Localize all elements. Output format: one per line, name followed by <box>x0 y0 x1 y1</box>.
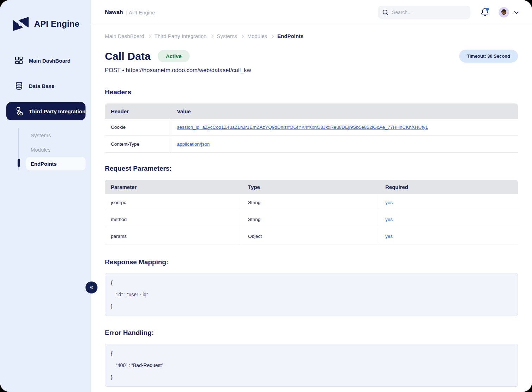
page-title: Call Data <box>105 50 151 62</box>
breadcrumb-item-current: EndPoints <box>277 33 303 39</box>
param-name-cell: params <box>105 228 242 245</box>
response-mapping-code: { “id” : “user - id” } <box>105 273 518 316</box>
title-row: Call Data Active Timeout: 30 Second <box>105 50 518 63</box>
param-type-cell: String <box>242 194 379 211</box>
dashboard-grid-icon <box>15 56 23 65</box>
request-parameters-table: Parameter Type Required jsonrpc String y… <box>105 180 518 245</box>
breadcrumb-chevron-icon <box>210 34 214 38</box>
table-row: Content-Type application/json <box>105 136 518 153</box>
breadcrumb-item[interactable]: Third Party Integration <box>154 33 207 39</box>
submenu-item-systems[interactable]: Systems <box>19 128 86 142</box>
submenu-item-endpoints[interactable]: EndPoints <box>26 157 86 170</box>
header-value-link[interactable]: session_id=aZycCoq1Z4uaZLhJr1EmZAzYQ9dDn… <box>177 125 428 130</box>
sidebar-collapse-button[interactable]: « <box>86 282 97 293</box>
logo-text: API Engine <box>34 19 80 29</box>
header-value-link[interactable]: application/json <box>177 141 210 147</box>
breadcrumb-chevron-icon <box>147 34 151 38</box>
integration-nodes-icon <box>15 107 23 115</box>
logo-icon: ∞ <box>13 15 29 32</box>
submenu-item-label: Modules <box>31 147 51 153</box>
sidebar-item-main-dashboard[interactable]: Main DashBoard <box>6 51 86 70</box>
headers-table-header: Header Value <box>105 103 518 119</box>
page-content: Main DashBoard Third Party Integration S… <box>91 25 532 387</box>
column-header: Type <box>242 184 379 190</box>
active-submenu-indicator <box>18 159 20 167</box>
column-header: Required <box>379 184 518 190</box>
sidebar-item-database[interactable]: Data Base <box>6 77 86 95</box>
breadcrumb-chevron-icon <box>271 34 274 38</box>
brand-suffix: | API Engine <box>126 10 155 15</box>
main-area: Nawah | API Engine <box>91 0 532 392</box>
param-required-cell: yes <box>379 217 518 222</box>
headers-table: Header Value Cookie session_id=aZycCoq1Z… <box>105 103 518 153</box>
app-logo: ∞ API Engine <box>0 0 91 32</box>
app-window: ∞ API Engine Main DashBoard <box>0 0 532 392</box>
breadcrumb-item[interactable]: Systems <box>217 33 237 39</box>
search-input[interactable] <box>392 10 466 15</box>
database-icon <box>15 82 23 90</box>
timeout-badge: Timeout: 30 Second <box>459 50 518 63</box>
breadcrumb: Main DashBoard Third Party Integration S… <box>105 33 518 39</box>
search-icon <box>382 9 389 16</box>
sidebar-item-third-party-integration[interactable]: Third Party Integration <box>6 102 86 120</box>
param-required-cell: yes <box>379 234 518 239</box>
param-type-cell: Object <box>242 228 379 245</box>
endpoint-method-url: POST • https://hosametm.odoo.com/web/dat… <box>105 67 518 74</box>
param-name-cell: method <box>105 211 242 228</box>
sidebar: ∞ API Engine Main DashBoard <box>0 0 91 392</box>
submenu-item-label: Systems <box>31 132 51 138</box>
param-name-cell: jsonrpc <box>105 194 242 211</box>
response-mapping-heading: Response Mapping: <box>105 258 518 266</box>
sidebar-submenu: Systems Modules EndPoints <box>18 128 86 170</box>
status-badge: Active <box>158 50 190 62</box>
headers-section-heading: Headers <box>105 88 518 96</box>
params-table-header: Parameter Type Required <box>105 180 518 194</box>
notifications-button[interactable] <box>480 7 490 18</box>
sidebar-item-label: Main DashBoard <box>29 58 70 64</box>
sidebar-nav: Main DashBoard Data Base <box>0 51 91 170</box>
avatar-image <box>499 7 509 18</box>
param-type-cell: String <box>242 211 379 228</box>
code-line: { <box>111 347 512 359</box>
code-line: } <box>111 371 512 383</box>
breadcrumb-chevron-icon <box>240 34 244 38</box>
breadcrumb-item[interactable]: Main DashBoard <box>105 33 144 39</box>
header-name-cell: Content-Type <box>105 136 171 152</box>
table-row: method String yes <box>105 211 518 228</box>
topbar: Nawah | API Engine <box>91 0 532 25</box>
code-line: “id” : “user - id” <box>111 289 512 301</box>
sidebar-item-label: Third Party Integration <box>29 108 86 114</box>
user-avatar[interactable] <box>499 7 509 18</box>
breadcrumb-item[interactable]: Modules <box>247 33 267 39</box>
error-handling-heading: Error Handling: <box>105 329 518 337</box>
param-required-cell: yes <box>379 200 518 205</box>
column-header: Header <box>105 108 171 114</box>
search-box[interactable] <box>378 6 470 19</box>
bell-icon <box>480 7 490 18</box>
error-handling-code: { “400” : “Bad-Request” } <box>105 344 518 387</box>
submenu-item-modules[interactable]: Modules <box>19 143 86 157</box>
params-section-heading: Request Parameters: <box>105 165 518 172</box>
brand-name: Nawah <box>105 9 123 15</box>
sidebar-item-label: Data Base <box>29 83 55 89</box>
notification-dot <box>486 8 489 11</box>
code-line: “400” : “Bad-Request” <box>111 359 512 371</box>
topbar-actions <box>378 6 518 19</box>
submenu-item-label: EndPoints <box>31 161 57 167</box>
column-header: Value <box>171 108 518 114</box>
double-chevron-left-icon: « <box>90 284 93 291</box>
header-name-cell: Cookie <box>105 119 171 135</box>
table-row: params Object yes <box>105 228 518 245</box>
code-line: } <box>111 301 512 312</box>
table-row: jsonrpc String yes <box>105 194 518 211</box>
table-row: Cookie session_id=aZycCoq1Z4uaZLhJr1EmZA… <box>105 119 518 136</box>
code-line: { <box>111 277 512 289</box>
column-header: Parameter <box>105 184 242 190</box>
account-chevron-down-icon[interactable] <box>514 10 519 14</box>
